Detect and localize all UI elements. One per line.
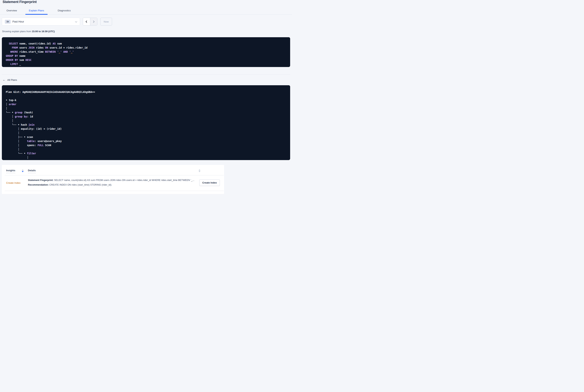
now-button[interactable]: Now — [100, 18, 112, 26]
sort-down-triangle — [22, 171, 24, 172]
insights-table-card: Insights Details Create Index Statement … — [2, 165, 224, 194]
sort-icon-insights[interactable] — [22, 170, 24, 172]
detail-fingerprint: Statement Fingerprint: SELECT name, coun… — [28, 179, 194, 182]
column-header-details[interactable]: Details — [28, 169, 36, 173]
create-index-button[interactable]: Create Index — [199, 180, 220, 186]
insight-create-index-link[interactable]: Create Index — [6, 182, 20, 184]
time-range-select[interactable]: 1h Past Hour — [2, 18, 80, 26]
range-caption: Showing explain plans from 15:00 to 16:5… — [2, 30, 55, 33]
sort-down-triangle — [199, 171, 200, 172]
time-range-value: Past Hour — [12, 20, 24, 23]
section-divider — [2, 74, 290, 75]
tab-overview[interactable]: Overview — [1, 8, 22, 14]
chevron-left-icon — [86, 20, 88, 23]
table-row-divider — [5, 191, 224, 191]
next-time-button[interactable] — [90, 18, 97, 25]
tab-explain-plans[interactable]: Explain Plans — [25, 8, 48, 14]
sort-up-triangle — [199, 170, 200, 170]
time-range-badge: 1h — [5, 20, 10, 24]
chevron-right-icon — [92, 20, 94, 23]
tab-diagnostics[interactable]: Diagnostics — [54, 8, 75, 14]
range-caption-range: 15:00 to 16:59 (UTC) — [32, 30, 55, 33]
chevron-down-icon — [75, 20, 77, 22]
all-plans-back-link[interactable]: ← All Plans — [2, 78, 17, 81]
back-arrow-icon: ← — [2, 78, 5, 81]
detail-fingerprint-text: SELECT name, count(rides.id) AS sum FROM… — [53, 179, 194, 182]
range-caption-prefix: Showing explain plans from — [2, 30, 32, 33]
page-title: Statement Fingerprint — [2, 0, 37, 4]
plan-gist-box: Plan Gist: AgHUAQIABQAAAAHYAQIAiAEAAAADC… — [2, 85, 290, 160]
detail-recommendation: Recommendation: CREATE INDEX ON rides (s… — [28, 183, 112, 186]
sort-up-triangle — [22, 170, 24, 170]
sql-statement-code: SELECT name, count(rides.id) AS sum FROM… — [6, 42, 286, 66]
sort-icon-details[interactable] — [199, 170, 200, 172]
tab-bar: Overview Explain Plans Diagnostics — [0, 8, 292, 14]
all-plans-label: All Plans — [7, 78, 17, 81]
plan-gist-text: Plan Gist: AgHUAQIABQAAAAHYAQIAiAEAAAADC… — [6, 90, 286, 94]
plan-tree: • top-k│ order│└── • group (hash) │ grou… — [6, 94, 286, 160]
column-header-insights[interactable]: Insights — [6, 169, 15, 173]
detail-recommendation-text: CREATE INDEX ON rides (start_time) STORI… — [49, 183, 112, 186]
sql-statement-box: SELECT name, count(rides.id) AS sum FROM… — [2, 37, 290, 67]
prev-time-button[interactable] — [83, 18, 90, 25]
detail-recommendation-label: Recommendation: — [28, 183, 49, 186]
detail-fingerprint-label: Statement Fingerprint: — [28, 179, 53, 182]
time-nav-group — [83, 18, 97, 26]
